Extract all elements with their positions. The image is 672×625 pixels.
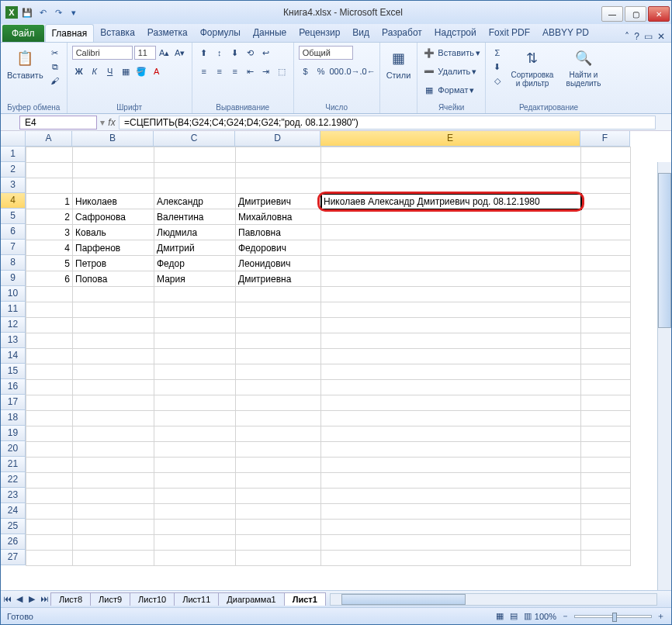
align-left-icon[interactable]: ≡ — [197, 64, 211, 78]
cell-E12[interactable] — [321, 318, 581, 333]
cell-D21[interactable] — [236, 458, 321, 473]
view-pagebreak-icon[interactable]: ▥ — [521, 609, 535, 623]
row-header-27[interactable]: 27 — [1, 550, 26, 565]
cell-B10[interactable] — [73, 287, 154, 302]
align-top-icon[interactable]: ⬆ — [197, 46, 211, 60]
decrease-font-icon[interactable]: A▾ — [173, 46, 187, 60]
row-header-13[interactable]: 13 — [1, 333, 26, 348]
cell-D19[interactable] — [236, 426, 321, 442]
sort-filter-button[interactable]: ⇅ Сортировка и фильтр — [507, 46, 557, 89]
cell-F15[interactable] — [581, 364, 631, 380]
ribbon-tab-надстрой[interactable]: Надстрой — [428, 24, 483, 42]
cell-D16[interactable] — [236, 380, 321, 395]
ribbon-tab-рецензир[interactable]: Рецензир — [293, 24, 346, 42]
cell-D1[interactable] — [236, 147, 321, 163]
orientation-icon[interactable]: ⟲ — [244, 46, 258, 60]
cell-C21[interactable] — [154, 458, 236, 473]
cell-B14[interactable] — [73, 349, 154, 364]
align-bottom-icon[interactable]: ⬇ — [228, 46, 242, 60]
cell-B18[interactable] — [73, 411, 154, 426]
cell-C24[interactable] — [154, 504, 236, 520]
row-header-4[interactable]: 4 — [1, 193, 26, 209]
ribbon-collapse-icon[interactable]: ˄ — [625, 31, 629, 42]
column-header-D[interactable]: D — [235, 131, 320, 147]
column-header-E[interactable]: E — [320, 131, 580, 147]
cell-A26[interactable] — [26, 535, 73, 551]
cell-A5[interactable]: 2 — [26, 209, 73, 225]
cell-F4[interactable] — [581, 194, 631, 209]
cell-E6[interactable] — [321, 225, 581, 240]
cell-E25[interactable] — [321, 520, 581, 535]
row-header-10[interactable]: 10 — [1, 286, 26, 302]
sheet-nav-2[interactable]: ▶ — [26, 594, 38, 604]
cell-C10[interactable] — [154, 287, 236, 302]
redo-icon[interactable]: ↷ — [52, 6, 64, 19]
ribbon-tab-разметка[interactable]: Разметка — [141, 24, 194, 42]
select-all-corner[interactable] — [1, 131, 26, 147]
row-header-5[interactable]: 5 — [1, 209, 26, 224]
column-header-F[interactable]: F — [580, 131, 630, 147]
row-header-6[interactable]: 6 — [1, 224, 26, 240]
cell-C11[interactable] — [154, 302, 236, 318]
cell-E24[interactable] — [321, 504, 581, 520]
row-header-21[interactable]: 21 — [1, 457, 26, 472]
cell-E2[interactable] — [321, 163, 581, 178]
fill-color-icon[interactable]: 🪣 — [134, 64, 148, 78]
cell-F27[interactable] — [581, 551, 631, 566]
cell-E19[interactable] — [321, 426, 581, 442]
clear-icon[interactable]: ◇ — [490, 74, 504, 88]
cell-C9[interactable]: Мария — [154, 271, 236, 287]
cell-C8[interactable]: Федор — [154, 256, 236, 271]
cell-D7[interactable]: Федорович — [236, 240, 321, 256]
cell-F3[interactable] — [581, 178, 631, 194]
insert-cells-icon[interactable]: ➕ — [422, 46, 436, 60]
cell-F13[interactable] — [581, 333, 631, 349]
cell-A7[interactable]: 4 — [26, 240, 73, 256]
ribbon-tab-формулы[interactable]: Формулы — [194, 24, 247, 42]
cell-C17[interactable] — [154, 395, 236, 411]
cell-C19[interactable] — [154, 426, 236, 442]
row-header-7[interactable]: 7 — [1, 240, 26, 255]
cell-E17[interactable] — [321, 395, 581, 411]
cell-E13[interactable] — [321, 333, 581, 349]
format-painter-icon[interactable]: 🖌 — [48, 74, 62, 88]
ribbon-tab-abbyy pd[interactable]: ABBYY PD — [536, 24, 595, 42]
cell-F6[interactable] — [581, 225, 631, 240]
cell-B8[interactable]: Петров — [73, 256, 154, 271]
wrap-text-icon[interactable]: ↩ — [259, 46, 273, 60]
border-icon[interactable]: ▦ — [119, 64, 133, 78]
font-color-icon[interactable]: A — [150, 64, 164, 78]
cell-D3[interactable]: Отчество — [236, 178, 321, 194]
styles-button[interactable]: ▦ Стили — [385, 46, 413, 81]
cell-A14[interactable] — [26, 349, 73, 364]
increase-font-icon[interactable]: A▴ — [158, 46, 171, 60]
cell-F1[interactable] — [581, 147, 631, 163]
cell-C16[interactable] — [154, 380, 236, 395]
cell-A17[interactable] — [26, 395, 73, 411]
font-size-select[interactable]: 11 — [134, 46, 156, 60]
bold-button[interactable]: Ж — [72, 64, 86, 78]
fill-icon[interactable]: ⬇ — [490, 60, 504, 74]
row-header-14[interactable]: 14 — [1, 348, 26, 364]
cell-A27[interactable] — [26, 551, 73, 566]
cell-F10[interactable] — [581, 287, 631, 302]
cell-D27[interactable] — [236, 551, 321, 566]
cell-B11[interactable] — [73, 302, 154, 318]
cell-A6[interactable]: 3 — [26, 225, 73, 240]
increase-decimal-icon[interactable]: .0→ — [345, 64, 359, 78]
currency-icon[interactable]: $ — [299, 64, 313, 78]
zoom-out-button[interactable]: － — [561, 610, 570, 622]
cell-A9[interactable]: 6 — [26, 271, 73, 287]
cell-D14[interactable] — [236, 349, 321, 364]
cell-E4[interactable]: Николаев Александр Дмитриевич род. 08.12… — [321, 194, 581, 209]
cell-A15[interactable] — [26, 364, 73, 380]
sheet-nav-0[interactable]: ⏮ — [1, 594, 13, 604]
cell-B3[interactable]: Фамилия — [73, 178, 154, 194]
cell-C7[interactable]: Дмитрий — [154, 240, 236, 256]
row-header-23[interactable]: 23 — [1, 488, 26, 503]
formula-input[interactable]: =СЦЕПИТЬ(B4;G24;C4;G24;D4;G24;"род. 08.1… — [119, 116, 656, 129]
cell-C14[interactable] — [154, 349, 236, 364]
cell-A4[interactable]: 1 — [26, 194, 73, 209]
maximize-button[interactable]: ▢ — [625, 6, 646, 22]
cell-C22[interactable] — [154, 473, 236, 489]
